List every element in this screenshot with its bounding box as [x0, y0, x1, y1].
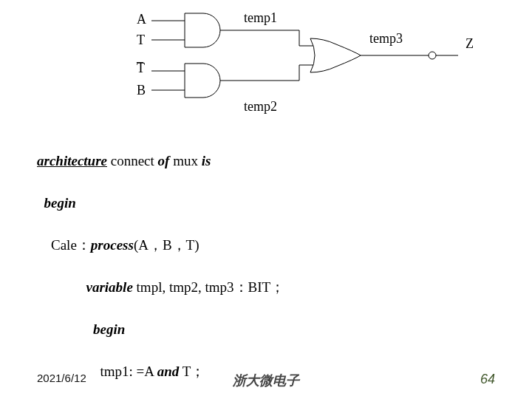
label-temp2: temp2: [244, 99, 277, 114]
kw-process: process: [91, 237, 134, 253]
label-T: T: [137, 33, 145, 47]
slide-footer: 浙大微电子 2021/6/12 64: [0, 372, 532, 384]
kw-begin-inner: begin: [93, 321, 125, 337]
and-gate-1-icon: [185, 13, 220, 47]
kw-begin: begin: [44, 195, 76, 211]
label-B: B: [137, 83, 146, 98]
or-gate-icon: [310, 38, 361, 72]
footer-page-number: 64: [480, 372, 495, 387]
kw-architecture: architecture: [37, 153, 107, 168]
label-temp1: temp1: [244, 10, 277, 25]
not-bubble-icon: [429, 52, 436, 59]
and-gate-2-icon: [185, 64, 220, 98]
mux-circuit-diagram: A T _ T B temp1 temp2 temp3 Z: [133, 7, 488, 129]
kw-is: is: [202, 153, 211, 168]
vhdl-code: architecture connect of mux is begin Cal…: [37, 129, 284, 399]
kw-variable: variable: [86, 279, 133, 295]
label-Tbar: T: [137, 61, 145, 75]
label-A: A: [137, 12, 146, 27]
label-Z: Z: [466, 36, 474, 51]
label-temp3: temp3: [369, 31, 403, 46]
footer-center: 浙大微电子: [0, 372, 532, 389]
kw-of: of: [158, 153, 170, 168]
